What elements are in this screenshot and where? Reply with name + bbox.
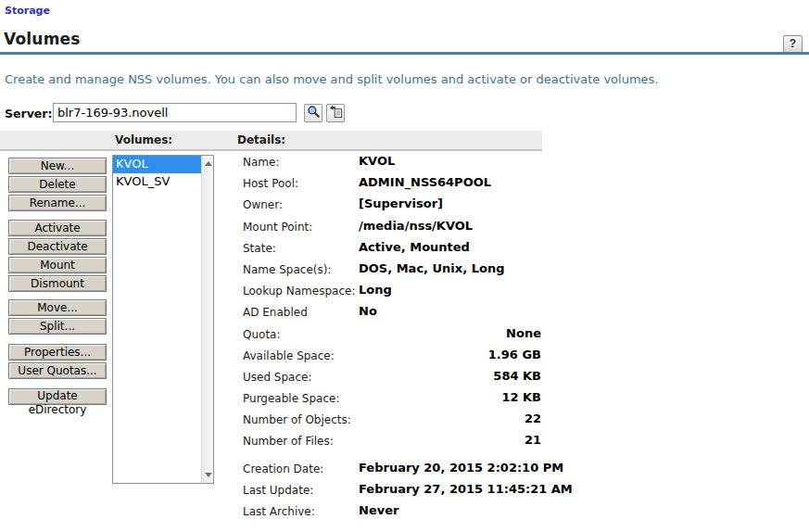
details-row-last-update: Last Update: February 27, 2015 11:45:21 … [243, 482, 541, 503]
details-row-number-of-files: Number of Files: 21 [243, 433, 541, 454]
volume-actions-toolbar: New... Delete Rename... Activate Deactiv… [8, 158, 107, 407]
rename-button[interactable]: Rename... [8, 195, 107, 211]
volume-details-panel: Name: KVOL Host Pool: ADMIN_NSS64POOL Ow… [243, 154, 541, 525]
volumes-page: Storage Volumes ? Create and manage NSS … [0, 0, 809, 532]
update-edirectory-button[interactable]: Update eDirectory [8, 388, 107, 405]
volume-list-item[interactable]: KVOL_SV [113, 173, 201, 191]
scroll-up-icon[interactable] [205, 161, 212, 166]
delete-button[interactable]: Delete [8, 176, 107, 193]
page-title: Volumes [4, 30, 81, 48]
details-row-available-space: Available Space: 1.96 GB [243, 348, 541, 369]
object-selector-button[interactable] [304, 104, 322, 122]
help-button[interactable]: ? [783, 35, 803, 53]
activate-button[interactable]: Activate [8, 220, 107, 236]
breadcrumb-storage-link[interactable]: Storage [5, 5, 50, 17]
title-divider [0, 52, 809, 55]
details-row-creation-date: Creation Date: February 20, 2015 2:02:10… [243, 461, 541, 482]
details-row-mount-point: Mount Point: /media/nss/KVOL [243, 219, 541, 240]
volumes-list: KVOL KVOL_SV [113, 156, 201, 483]
new-button[interactable]: New... [8, 158, 107, 174]
server-input[interactable] [53, 103, 297, 122]
details-row-used-space: Used Space: 584 KB [243, 369, 541, 390]
details-row-lookup-namespace: Lookup Namespace: Long [243, 283, 541, 304]
move-button[interactable]: Move... [8, 299, 107, 316]
volumes-list-scrollbar[interactable] [201, 156, 213, 483]
magnifier-icon [307, 105, 321, 121]
details-panel-label: Details: [237, 133, 285, 146]
volume-list-item[interactable]: KVOL [113, 156, 201, 173]
server-label: Server: [5, 107, 52, 120]
page-description: Create and manage NSS volumes. You can a… [5, 72, 765, 86]
deactivate-button[interactable]: Deactivate [8, 238, 107, 255]
details-row-last-archive: Last Archive: Never [243, 503, 541, 525]
object-history-icon [329, 105, 343, 121]
details-row-name-spaces: Name Space(s): DOS, Mac, Unix, Long [243, 261, 541, 283]
split-button[interactable]: Split... [8, 318, 107, 335]
panel-header-band: Volumes: Details: [0, 131, 542, 151]
mount-button[interactable]: Mount [8, 257, 107, 273]
details-row-state: State: Active, Mounted [243, 240, 541, 261]
volumes-panel-label: Volumes: [115, 133, 172, 146]
user-quotas-button[interactable]: User Quotas... [8, 362, 107, 379]
scroll-down-icon[interactable] [205, 473, 212, 477]
details-row-number-of-objects: Number of Objects: 22 [243, 412, 541, 433]
object-history-button[interactable] [326, 104, 345, 122]
volumes-listbox: KVOL KVOL_SV [112, 155, 214, 484]
dismount-button[interactable]: Dismount [8, 275, 107, 292]
details-row-host-pool: Host Pool: ADMIN_NSS64POOL [243, 175, 541, 196]
details-row-quota: Quota: None [243, 326, 541, 348]
details-row-ad-enabled: AD Enabled No [243, 304, 541, 325]
details-row-name: Name: KVOL [243, 154, 541, 175]
details-row-purgeable-space: Purgeable Space: 12 KB [243, 390, 541, 412]
details-row-owner: Owner: [Supervisor] [243, 196, 541, 218]
properties-button[interactable]: Properties... [8, 344, 107, 361]
